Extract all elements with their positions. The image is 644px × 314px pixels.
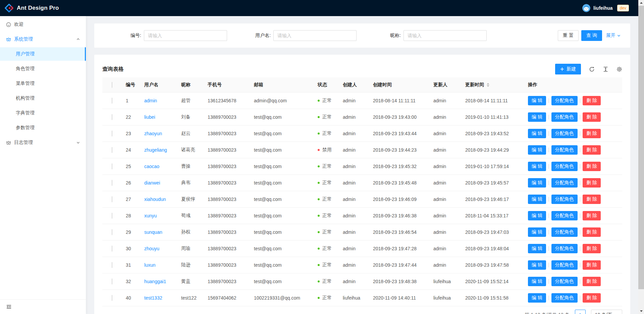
delete-button[interactable]: 删 除 [583,244,601,253]
row-checkbox[interactable] [112,295,112,301]
edit-button[interactable]: 编 辑 [528,244,546,253]
username-input[interactable] [273,30,357,41]
cell-updated-time: 2018-09-23 19:43:52 [461,125,523,142]
edit-button[interactable]: 编 辑 [528,145,546,155]
sidebar-item-role-management[interactable]: 角色管理 [0,62,86,75]
row-checkbox[interactable] [112,229,112,235]
assign-role-button[interactable]: 分配角色 [551,96,578,105]
delete-button[interactable]: 删 除 [583,260,601,270]
scrollbar-down-arrow-icon[interactable] [640,310,643,312]
username-link[interactable]: zhugeliang [144,147,167,153]
cell-nickname: 典韦 [176,174,203,191]
username-link[interactable]: xiahoudun [144,197,166,202]
assign-role-button[interactable]: 分配角色 [551,244,578,253]
delete-button[interactable]: 删 除 [583,96,601,105]
column-header-updated-time[interactable]: 更新时间 [461,77,523,92]
sidebar-item-system-management[interactable]: 系统管理 [0,33,86,46]
username-link[interactable]: liubei [144,114,155,120]
row-checkbox[interactable] [112,262,112,268]
assign-role-button[interactable]: 分配角色 [551,211,578,220]
username-link[interactable]: zhouyu [144,246,159,251]
pagination-page-1-button[interactable]: 1 [575,310,586,314]
delete-button[interactable]: 删 除 [583,293,601,303]
assign-role-button[interactable]: 分配角色 [551,260,578,270]
username-link[interactable]: huanggai1 [144,279,166,284]
username-link[interactable]: dianwei [144,180,160,186]
username-link[interactable]: caocao [144,164,159,169]
sidebar-item-user-management[interactable]: 用户管理 [0,47,86,61]
assign-role-button[interactable]: 分配角色 [551,227,578,237]
delete-button[interactable]: 删 除 [583,129,601,138]
scrollbar-thumb[interactable] [638,6,644,289]
delete-button[interactable]: 删 除 [583,195,601,204]
username-link[interactable]: luxun [144,262,155,268]
column-height-icon[interactable] [603,66,608,72]
assign-role-button[interactable]: 分配角色 [551,195,578,204]
username-link[interactable]: xunyu [144,213,157,218]
edit-button[interactable]: 编 辑 [528,211,546,220]
vertical-scrollbar[interactable] [638,0,644,314]
expand-link[interactable]: 展开 [606,30,621,41]
edit-button[interactable]: 编 辑 [528,195,546,204]
scrollbar-up-arrow-icon[interactable] [640,2,643,4]
sidebar-collapse-trigger[interactable] [0,299,86,314]
username-link[interactable]: test1332 [144,295,162,301]
edit-button[interactable]: 编 辑 [528,162,546,171]
nickname-input[interactable] [404,30,487,41]
sidebar-item-log-management[interactable]: 日志管理 [0,136,86,149]
new-button[interactable]: 新建 [555,64,581,74]
settings-gear-icon[interactable] [616,66,622,72]
header-user-area[interactable]: liufeihua dev [582,4,629,12]
assign-role-button[interactable]: 分配角色 [551,277,578,286]
edit-button[interactable]: 编 辑 [528,293,546,303]
query-button[interactable]: 查 询 [581,30,602,41]
assign-role-button[interactable]: 分配角色 [551,178,578,188]
reset-button[interactable]: 重 置 [558,30,579,41]
delete-button[interactable]: 删 除 [583,227,601,237]
sort-caret-icon[interactable] [487,83,489,87]
select-all-checkbox[interactable] [112,82,112,88]
row-checkbox[interactable] [112,196,112,202]
delete-button[interactable]: 删 除 [583,178,601,188]
sidebar-item-org-management[interactable]: 机构管理 [0,92,86,105]
delete-button[interactable]: 删 除 [583,112,601,122]
delete-button[interactable]: 删 除 [583,277,601,286]
assign-role-button[interactable]: 分配角色 [551,129,578,138]
row-checkbox[interactable] [112,98,112,104]
edit-button[interactable]: 编 辑 [528,112,546,122]
row-checkbox[interactable] [112,246,112,252]
edit-button[interactable]: 编 辑 [528,260,546,270]
assign-role-button[interactable]: 分配角色 [551,145,578,155]
username-link[interactable]: admin [144,98,157,103]
delete-button[interactable]: 删 除 [583,162,601,171]
assign-role-button[interactable]: 分配角色 [551,112,578,122]
row-checkbox[interactable] [112,130,112,137]
delete-button[interactable]: 删 除 [583,211,601,220]
edit-button[interactable]: 编 辑 [528,227,546,237]
reload-icon[interactable] [589,66,595,72]
logo-area[interactable]: Ant Design Pro [5,4,59,12]
status-dot [318,100,320,102]
row-checkbox[interactable] [112,278,112,284]
row-checkbox[interactable] [112,180,112,186]
delete-button[interactable]: 删 除 [583,145,601,155]
sidebar-item-welcome[interactable]: 欢迎 [0,18,86,31]
sidebar-item-dict-management[interactable]: 字典管理 [0,106,86,120]
assign-role-button[interactable]: 分配角色 [551,162,578,171]
row-checkbox[interactable] [112,163,112,169]
row-checkbox[interactable] [112,147,112,153]
edit-button[interactable]: 编 辑 [528,129,546,138]
sidebar-item-menu-management[interactable]: 菜单管理 [0,77,86,90]
user-avatar[interactable] [582,4,590,12]
edit-button[interactable]: 编 辑 [528,96,546,105]
row-checkbox[interactable] [112,213,112,219]
username-link[interactable]: zhaoyun [144,131,162,136]
assign-role-button[interactable]: 分配角色 [551,293,578,303]
sidebar-item-param-management[interactable]: 参数管理 [0,121,86,135]
edit-button[interactable]: 编 辑 [528,178,546,188]
row-checkbox[interactable] [112,114,112,120]
id-input[interactable] [144,30,227,41]
username-link[interactable]: sunquan [144,229,162,235]
page-size-select[interactable]: 10 条/页 [591,310,622,314]
edit-button[interactable]: 编 辑 [528,277,546,286]
